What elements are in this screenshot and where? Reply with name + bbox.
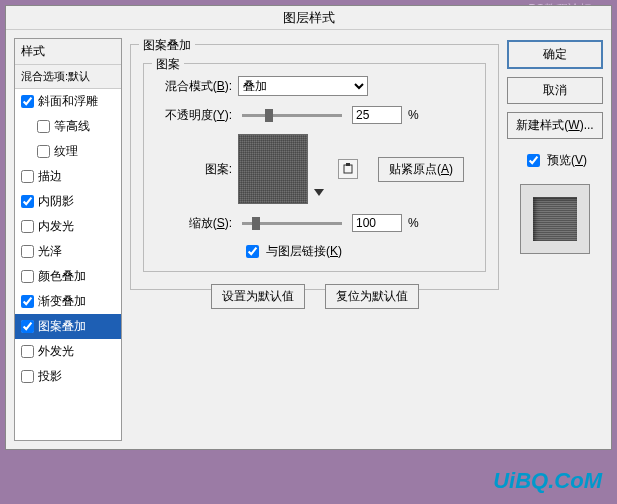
style-item-8[interactable]: 渐变叠加	[15, 289, 121, 314]
style-item-9[interactable]: 图案叠加	[15, 314, 121, 339]
style-label-2: 纹理	[54, 143, 78, 160]
style-checkbox-3[interactable]	[21, 170, 34, 183]
ok-button[interactable]: 确定	[507, 40, 603, 69]
new-preset-icon[interactable]	[338, 159, 358, 179]
style-label-0: 斜面和浮雕	[38, 93, 98, 110]
style-checkbox-4[interactable]	[21, 195, 34, 208]
outer-frame: PS教程论坛 bbs.16xx8.com 图层样式 样式 混合选项:默认 斜面和…	[0, 0, 617, 504]
style-item-6[interactable]: 光泽	[15, 239, 121, 264]
style-label-3: 描边	[38, 168, 62, 185]
style-checkbox-0[interactable]	[21, 95, 34, 108]
main-settings-panel: 图案叠加 图案 混合模式(B): 叠加 不透明度(Y):	[130, 38, 499, 441]
svg-rect-1	[344, 165, 352, 173]
percent-label: %	[408, 108, 419, 122]
blend-mode-select[interactable]: 叠加	[238, 76, 368, 96]
style-checkbox-5[interactable]	[21, 220, 34, 233]
link-with-layer-checkbox[interactable]	[246, 245, 259, 258]
scale-percent-label: %	[408, 216, 419, 230]
scale-label: 缩放(S):	[154, 215, 232, 232]
opacity-label: 不透明度(Y):	[154, 107, 232, 124]
style-label-11: 投影	[38, 368, 62, 385]
pattern-label: 图案:	[154, 161, 232, 178]
dialog-title: 图层样式	[6, 6, 611, 30]
opacity-slider[interactable]	[242, 114, 342, 117]
pattern-fieldset: 图案 混合模式(B): 叠加 不透明度(Y): %	[143, 63, 486, 272]
preview-inner	[533, 197, 577, 241]
style-item-2[interactable]: 纹理	[15, 139, 121, 164]
blend-mode-label: 混合模式(B):	[154, 78, 232, 95]
style-label-8: 渐变叠加	[38, 293, 86, 310]
style-checkbox-7[interactable]	[21, 270, 34, 283]
pattern-row: 图案: 贴紧原点(A)	[154, 134, 475, 204]
pattern-subtitle: 图案	[152, 56, 184, 73]
style-label-1: 等高线	[54, 118, 90, 135]
style-item-0[interactable]: 斜面和浮雕	[15, 89, 121, 114]
blending-options-row[interactable]: 混合选项:默认	[15, 65, 121, 89]
style-item-10[interactable]: 外发光	[15, 339, 121, 364]
styles-header[interactable]: 样式	[15, 39, 121, 65]
reset-default-button[interactable]: 复位为默认值	[325, 284, 419, 309]
style-checkbox-2[interactable]	[37, 145, 50, 158]
style-checkbox-8[interactable]	[21, 295, 34, 308]
style-label-7: 颜色叠加	[38, 268, 86, 285]
defaults-button-row: 设置为默认值 复位为默认值	[143, 284, 486, 309]
style-checkbox-9[interactable]	[21, 320, 34, 333]
style-item-7[interactable]: 颜色叠加	[15, 264, 121, 289]
scale-slider[interactable]	[242, 222, 342, 225]
pattern-overlay-fieldset: 图案叠加 图案 混合模式(B): 叠加 不透明度(Y):	[130, 44, 499, 290]
snap-origin-button[interactable]: 贴紧原点(A)	[378, 157, 464, 182]
preview-thumbnail	[520, 184, 590, 254]
watermark-bottom: UiBQ.CoM	[493, 468, 602, 494]
preview-check-row: 预览(V)	[507, 151, 603, 170]
section-title: 图案叠加	[139, 37, 195, 54]
opacity-row: 不透明度(Y): %	[154, 106, 475, 124]
scale-input[interactable]	[352, 214, 402, 232]
right-buttons-panel: 确定 取消 新建样式(W)... 预览(V)	[507, 38, 603, 441]
blend-mode-row: 混合模式(B): 叠加	[154, 76, 475, 96]
style-label-5: 内发光	[38, 218, 74, 235]
dialog-content: 样式 混合选项:默认 斜面和浮雕等高线纹理描边内阴影内发光光泽颜色叠加渐变叠加图…	[6, 30, 611, 449]
style-label-10: 外发光	[38, 343, 74, 360]
link-with-layer-row: 与图层链接(K)	[242, 242, 475, 261]
pattern-swatch[interactable]	[238, 134, 308, 204]
style-checkbox-11[interactable]	[21, 370, 34, 383]
svg-marker-0	[314, 189, 324, 196]
preview-checkbox[interactable]	[527, 154, 540, 167]
style-checkbox-1[interactable]	[37, 120, 50, 133]
style-item-5[interactable]: 内发光	[15, 214, 121, 239]
svg-rect-2	[346, 163, 350, 166]
style-label-6: 光泽	[38, 243, 62, 260]
link-label: 与图层链接(K)	[266, 243, 342, 260]
opacity-input[interactable]	[352, 106, 402, 124]
styles-list-panel: 样式 混合选项:默认 斜面和浮雕等高线纹理描边内阴影内发光光泽颜色叠加渐变叠加图…	[14, 38, 122, 441]
scale-row: 缩放(S): %	[154, 214, 475, 232]
style-item-3[interactable]: 描边	[15, 164, 121, 189]
style-item-1[interactable]: 等高线	[15, 114, 121, 139]
new-style-button[interactable]: 新建样式(W)...	[507, 112, 603, 139]
style-item-4[interactable]: 内阴影	[15, 189, 121, 214]
preview-label: 预览(V)	[547, 152, 587, 169]
cancel-button[interactable]: 取消	[507, 77, 603, 104]
style-label-4: 内阴影	[38, 193, 74, 210]
style-item-11[interactable]: 投影	[15, 364, 121, 389]
style-checkbox-10[interactable]	[21, 345, 34, 358]
layer-style-dialog: 图层样式 样式 混合选项:默认 斜面和浮雕等高线纹理描边内阴影内发光光泽颜色叠加…	[5, 5, 612, 450]
style-checkbox-6[interactable]	[21, 245, 34, 258]
pattern-dropdown-icon[interactable]	[314, 186, 324, 200]
style-label-9: 图案叠加	[38, 318, 86, 335]
set-default-button[interactable]: 设置为默认值	[211, 284, 305, 309]
